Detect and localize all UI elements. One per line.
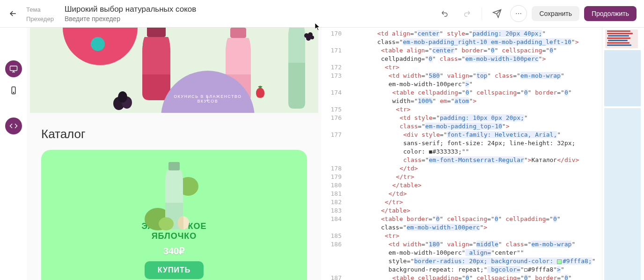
subject-label: Тема [26, 6, 59, 13]
product-card-green: ЭЛЬФИЙСКОЕ ЯБЛОЧКО 340₽ КУПИТЬ [41, 150, 307, 280]
line-gutter: 170 171 172 173 174 175 176 177 178 179 … [321, 28, 347, 280]
line-number: 185 [323, 232, 342, 240]
continue-button[interactable]: Продолжить [584, 6, 637, 21]
line-number: 174 [323, 88, 342, 105]
hero-section: ОКУНИСЬ В БЛАЖЕНСТВО ВКУСОВ ↓ [30, 28, 318, 113]
svg-point-2 [520, 13, 521, 14]
line-number: 172 [323, 63, 342, 72]
line-number: 183 [323, 206, 342, 215]
product-image [144, 158, 205, 235]
line-number: 187 [323, 274, 342, 280]
code-editor[interactable]: 170 171 172 173 174 175 176 177 178 179 … [321, 28, 644, 280]
line-number: 178 [323, 164, 342, 173]
line-number: 180 [323, 181, 342, 190]
line-number: 175 [323, 105, 342, 114]
line-number: 186 [323, 240, 342, 274]
svg-rect-10 [230, 28, 246, 38]
divider [482, 7, 482, 20]
mobile-view-button[interactable] [5, 82, 22, 99]
send-button[interactable] [489, 5, 505, 22]
main: ОКУНИСЬ В БЛАЖЕНСТВО ВКУСОВ ↓ Каталог [0, 28, 644, 280]
sidebar [0, 28, 27, 280]
code-body[interactable]: <td align="center" style="padding: 20px … [347, 28, 602, 280]
redo-button[interactable] [458, 5, 475, 22]
svg-rect-9 [147, 28, 166, 37]
svg-rect-3 [10, 66, 17, 71]
line-number: 181 [323, 190, 342, 198]
minimap[interactable] [602, 28, 644, 280]
save-button[interactable]: Сохранить [532, 6, 579, 21]
more-button[interactable] [510, 5, 527, 22]
arrow-down-icon: ↓ [205, 94, 210, 103]
product-price: 340₽ [163, 245, 185, 257]
buy-button[interactable]: КУПИТЬ [145, 261, 204, 279]
code-view-button[interactable] [5, 118, 22, 134]
svg-point-19 [159, 217, 174, 230]
strawberry-icon [252, 85, 269, 99]
preview-content[interactable]: ОКУНИСЬ В БЛАЖЕНСТВО ВКУСОВ ↓ Каталог [30, 28, 318, 280]
svg-point-5 [13, 92, 14, 93]
svg-point-0 [516, 13, 517, 14]
subject-value[interactable]: Широкий выбор натуральных соков [65, 5, 196, 14]
svg-point-14 [306, 36, 311, 41]
desktop-view-button[interactable] [5, 60, 22, 77]
svg-point-1 [518, 13, 519, 14]
svg-point-15 [310, 36, 314, 39]
line-number: 176 [323, 114, 342, 131]
back-button[interactable] [7, 8, 19, 19]
header-bar: Тема Широкий выбор натуральных соков Пре… [0, 0, 644, 28]
line-number: 182 [323, 198, 342, 206]
preheader-input[interactable] [65, 15, 146, 22]
line-number: 179 [323, 173, 342, 181]
line-number: 184 [323, 215, 342, 232]
line-number: 173 [323, 72, 342, 88]
header-fields: Тема Широкий выбор натуральных соков Пре… [26, 5, 429, 22]
preheader-label: Прехедер [26, 15, 59, 22]
line-number: 170 [323, 29, 342, 46]
preview-panel: ОКУНИСЬ В БЛАЖЕНСТВО ВКУСОВ ↓ Каталог [27, 28, 321, 280]
undo-button[interactable] [437, 5, 454, 22]
blackberry-icon [302, 30, 316, 44]
svg-rect-18 [168, 162, 180, 170]
line-number: 171 [323, 46, 342, 63]
line-number: 177 [323, 131, 342, 164]
catalog-title: Каталог [30, 113, 318, 150]
header-actions: Сохранить Продолжить [437, 5, 637, 22]
hero-dot-decoration [91, 37, 105, 51]
